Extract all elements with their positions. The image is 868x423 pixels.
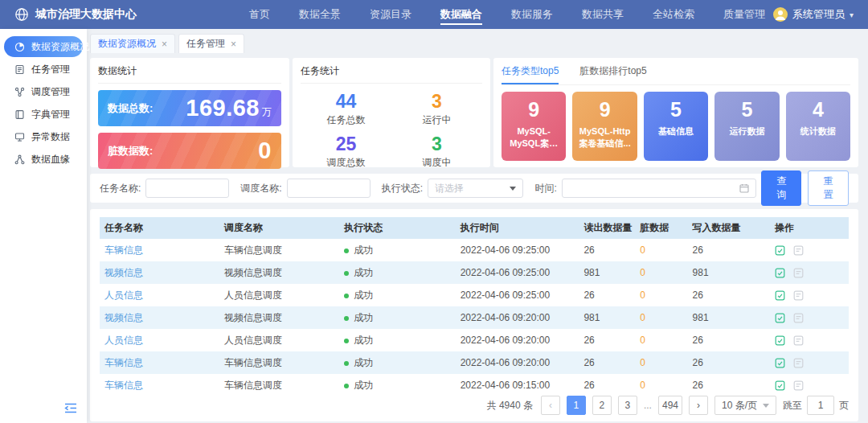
schedule-cell: 车辆信息调度: [219, 239, 339, 261]
reset-button[interactable]: 重置: [808, 170, 849, 206]
dirty-cell: 0: [635, 306, 687, 329]
history-icon[interactable]: [793, 335, 804, 346]
card-title: 任务统计: [301, 64, 482, 84]
tab-dirty-data-top5[interactable]: 脏数据排行top5: [579, 64, 646, 84]
history-icon[interactable]: [793, 245, 804, 256]
collapse-sidebar-icon[interactable]: [64, 402, 77, 417]
jump-page-input[interactable]: [807, 396, 834, 415]
nav-item-data-service[interactable]: 数据服务: [511, 0, 553, 29]
card-title: 数据统计: [98, 64, 281, 84]
top5-tile: 4 统计数据: [786, 92, 850, 161]
task-link[interactable]: 视频信息: [104, 267, 143, 278]
status-dot: [344, 294, 349, 298]
schedule-cell: 视频信息调度: [219, 261, 339, 284]
history-icon[interactable]: [793, 290, 804, 301]
sidebar-item-data-lineage[interactable]: 数据血缘: [4, 149, 83, 170]
close-icon[interactable]: ×: [162, 39, 167, 50]
page-number[interactable]: 3: [618, 396, 637, 415]
sidebar-item-dictionary-management[interactable]: 字典管理: [4, 104, 83, 125]
user-menu[interactable]: 系统管理员 ▾: [773, 7, 854, 22]
sidebar-item-label: 调度管理: [31, 85, 70, 99]
log-file-icon[interactable]: [775, 380, 785, 391]
time-cell: 2022-04-06 09:25:00: [456, 284, 579, 306]
history-icon[interactable]: [793, 268, 804, 278]
log-file-icon[interactable]: [775, 290, 785, 301]
dropdown-arrow-icon: [510, 187, 516, 191]
schedule-cell: 人员信息调度: [219, 329, 339, 351]
table-row: 人员信息 人员信息调度 成功 2022-04-06 09:25:00 26 0 …: [100, 284, 849, 306]
task-link[interactable]: 人员信息: [104, 335, 143, 346]
tab-data-resource-overview[interactable]: 数据资源概况 ×: [90, 34, 175, 53]
write-cell: 26: [688, 284, 771, 306]
total-data-unit: 万: [262, 105, 272, 119]
nav-item-resource-catalog[interactable]: 资源目录: [370, 0, 411, 29]
schedule-name-input[interactable]: [287, 179, 371, 198]
tab-task-type-top5[interactable]: 任务类型top5: [502, 64, 559, 84]
sidebar-item-schedule-management[interactable]: 调度管理: [4, 81, 83, 102]
task-link[interactable]: 车辆信息: [104, 380, 143, 391]
log-file-icon[interactable]: [775, 335, 785, 346]
sidebar-item-label: 数据资源概况: [31, 40, 89, 54]
next-page-icon[interactable]: ›: [689, 396, 708, 415]
data-stats-card: 数据统计 数据总数: 169.68 万 脏数据数: 0: [90, 58, 289, 167]
dirty-cell: 0: [635, 261, 687, 284]
history-icon[interactable]: [793, 380, 804, 391]
search-button[interactable]: 查询: [761, 170, 802, 206]
sidebar-item-abnormal-data[interactable]: 异常数据: [4, 126, 83, 147]
page-number[interactable]: 1: [567, 396, 586, 415]
log-file-icon[interactable]: [775, 268, 785, 278]
page-number[interactable]: 494: [658, 396, 682, 415]
task-name-input[interactable]: [145, 179, 229, 198]
close-icon[interactable]: ×: [231, 39, 236, 50]
tile-value: 4: [790, 98, 846, 121]
tab-task-management[interactable]: 任务管理 ×: [178, 34, 244, 53]
tile-label: MySQL-Http案卷基础信...: [576, 125, 633, 150]
task-link[interactable]: 车辆信息: [104, 244, 143, 256]
table-row: 视频信息 视频信息调度 成功 2022-04-06 09:20:00 981 0…: [100, 306, 849, 329]
dirty-data-value: 0: [258, 138, 272, 164]
status-select[interactable]: 请选择: [428, 179, 523, 198]
col-actions: 操作: [770, 217, 849, 239]
top5-card: 任务类型top5 脏数据排行top5 9 MySQL-MySQL案卷基础... …: [493, 58, 858, 167]
status-label: 执行状态:: [382, 182, 423, 195]
user-name: 系统管理员: [792, 7, 845, 22]
table-row: 车辆信息 车辆信息调度 成功 2022-04-06 09:20:00 26 0 …: [100, 351, 849, 374]
task-link[interactable]: 人员信息: [104, 290, 143, 301]
log-file-icon[interactable]: [775, 358, 785, 368]
time-range-input[interactable]: [562, 179, 756, 198]
task-stats-card: 任务统计 44 任务总数 3 运行中 25 调度总数 3: [293, 58, 490, 167]
select-caret-icon: [763, 404, 769, 408]
nav-item-site-search[interactable]: 全站检索: [653, 0, 694, 29]
nav-item-data-panorama[interactable]: 数据全景: [299, 0, 341, 29]
log-file-icon[interactable]: [775, 313, 785, 323]
nav-item-home[interactable]: 首页: [249, 0, 270, 29]
globe-logo-icon: [14, 7, 29, 22]
col-exec-time: 执行时间: [456, 217, 579, 239]
sidebar-item-task-management[interactable]: 任务管理: [4, 59, 83, 80]
history-icon[interactable]: [793, 358, 804, 368]
sidebar: 数据资源概况 任务管理 调度管理 字典管理 异常数据: [0, 29, 87, 423]
prev-page-icon[interactable]: ‹: [541, 396, 560, 415]
history-icon[interactable]: [793, 313, 804, 323]
read-cell: 981: [579, 261, 635, 284]
tile-label: 统计数据: [790, 125, 846, 138]
task-link[interactable]: 视频信息: [104, 312, 143, 323]
write-cell: 981: [688, 306, 771, 329]
nav-item-data-fusion[interactable]: 数据融合: [440, 0, 482, 29]
nav-item-quality-management[interactable]: 质量管理: [723, 0, 765, 29]
page-number[interactable]: 2: [592, 396, 612, 415]
log-file-icon[interactable]: [775, 245, 785, 256]
jump-label: 跳至: [783, 399, 802, 413]
sidebar-item-data-resource-overview[interactable]: 数据资源概况: [4, 36, 83, 57]
task-link[interactable]: 车辆信息: [104, 357, 143, 368]
status-text: 成功: [354, 244, 373, 256]
stat-label: 运行中: [391, 113, 482, 127]
tile-value: 9: [506, 98, 562, 121]
main-menu: 首页 数据全景 资源目录 数据融合 数据服务 数据共享 全站检索 质量管理: [249, 0, 765, 29]
read-cell: 26: [579, 374, 635, 392]
page-size-select[interactable]: 10 条/页: [714, 396, 776, 415]
read-cell: 981: [579, 306, 635, 329]
nav-item-data-sharing[interactable]: 数据共享: [582, 0, 624, 29]
table-row: 视频信息 视频信息调度 成功 2022-04-06 09:25:00 981 0…: [100, 261, 849, 284]
time-cell: 2022-04-06 09:20:00: [456, 351, 579, 374]
